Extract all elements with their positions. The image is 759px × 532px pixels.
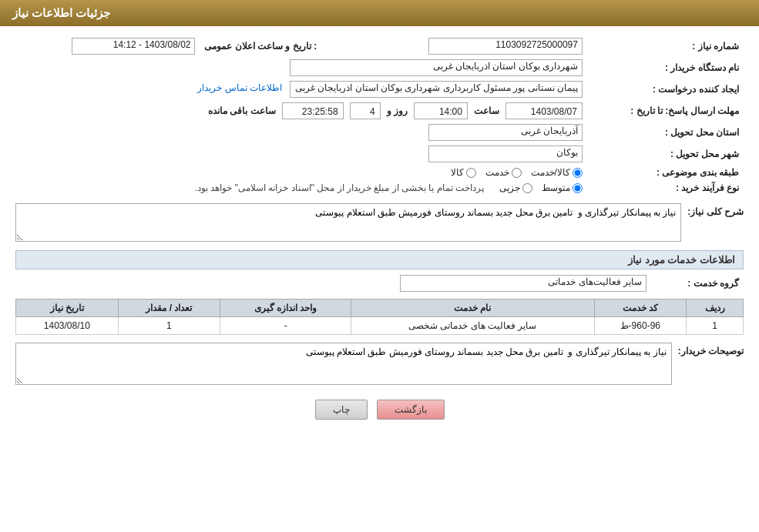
th-nam: نام خدمت [351,299,595,317]
page-header: جزئیات اطلاعات نیاز [0,0,759,26]
th-radif: ردیف [687,299,744,317]
ejad-label: ایجاد کننده درخواست : [587,79,744,100]
row-mohlat: مهلت ارسال پاسخ: تا تاریخ : 1403/08/07 س… [15,100,744,122]
shahr-input: بوکان [428,146,583,162]
th-tarikh: تاریخ نیاز [16,299,119,317]
buttons-row: بازگشت چاپ [15,400,744,420]
shomare-niaz-label: شماره نیاز : [587,35,744,57]
takh-label: تاریخ و ساعت اعلان عمومی : [200,35,361,57]
th-tedad: تعداد / مقدار [118,299,220,317]
data-table: ردیف کد خدمت نام خدمت واحد اندازه گیری ت… [15,299,744,335]
main-info-table: شماره نیاز : 1103092725000097 تاریخ و سا… [15,35,744,196]
tabaqe-radio-group: کالا/خدمت خدمت کالا [20,167,583,178]
print-button[interactable]: چاپ [315,400,368,420]
group-label: گروه خدمت : [651,273,744,294]
row-group: گروه خدمت : سایر فعالیت‌های خدماتی [15,273,744,294]
radio-mottaset[interactable] [573,183,583,193]
radio-jozee[interactable] [522,183,532,193]
nam-dasgah-input: شهرداری بوکان استان اذربایجان غربی [290,59,583,76]
radio-mottaset-label[interactable]: متوسط [542,182,583,193]
back-button[interactable]: بازگشت [377,400,445,420]
page-title: جزئیات اطلاعات نیاز [12,6,110,19]
tosifat-section: توصیحات خریدار: [15,343,744,387]
noefar-row: متوسط جزیی پرداخت تمام یا بخشی از مبلغ خ… [20,182,583,193]
group-input: سایر فعالیت‌های خدماتی [400,275,646,292]
row-ostan: استان محل تحویل : آذربایجان غربی [15,122,744,143]
tamas-link[interactable]: اطلاعات تماس خریدار [197,82,282,93]
takh-value: 1403/08/02 - 14:12 [15,35,200,57]
row-ejad: ایجاد کننده درخواست : پیمان نستانی پور م… [15,79,744,100]
shahr-label: شهر محل تحویل : [587,143,744,165]
th-vahed: واحد اندازه گیری [220,299,351,317]
page-container: جزئیات اطلاعات نیاز شماره نیاز : 1103092… [0,0,759,532]
ejad-input: پیمان نستانی پور مسئول کاربرداری شهرداری… [290,81,583,98]
notice-text: پرداخت تمام یا بخشی از مبلغ خریدار از مح… [195,182,484,193]
mande-label: ساعت باقی مانده [208,105,276,116]
shahr-value: بوکان [15,143,587,165]
ostan-label: استان محل تحویل : [587,122,744,143]
takh-input: 1403/08/02 - 14:12 [72,38,195,55]
shomare-niaz-input: 1103092725000097 [428,38,583,55]
radio-kalaKhadamat-label[interactable]: کالا/خدمت [531,167,583,178]
row-nam-dasgah: نام دستگاه خریدار : شهرداری بوکان استان … [15,57,744,79]
rooz-label: روز و [387,105,408,116]
ejad-value: پیمان نستانی پور مسئول کاربرداری شهرداری… [15,79,587,100]
row-shomare: شماره نیاز : 1103092725000097 تاریخ و سا… [15,35,744,57]
noefar-label: نوع فرآیند خرید : [587,180,744,196]
radio-jozee-label[interactable]: جزیی [499,182,532,193]
rooz-box: 4 [350,102,381,119]
radio-kalaKhadamat[interactable] [573,168,583,178]
th-kod: کد خدمت [594,299,686,317]
sharh-label: شرح کلی نیاز: [687,203,744,217]
shomare-niaz-value: 1103092725000097 [361,35,587,57]
mande-box: 23:25:58 [282,102,344,119]
saat-box: 14:00 [414,102,468,119]
table-row: 1960-96-طسایر فعالیت های خدماتی شخصی-114… [16,317,744,335]
radio-kala-label[interactable]: کالا [451,167,476,178]
time-section: 1403/08/07 ساعت 14:00 روز و 4 23:25:58 س… [20,102,583,119]
date-box: 1403/08/07 [505,102,583,119]
group-value: سایر فعالیت‌های خدماتی [15,273,651,294]
row-tabaqe: طبقه بندی موضوعی : کالا/خدمت خدمت [15,165,744,180]
row-shahr: شهر محل تحویل : بوکان [15,143,744,165]
ostan-input: آذربایجان غربی [428,124,583,141]
mohlat-value: 1403/08/07 ساعت 14:00 روز و 4 23:25:58 س… [15,100,587,122]
group-table: گروه خدمت : سایر فعالیت‌های خدماتی [15,273,744,294]
radio-khadamat[interactable] [512,168,522,178]
ostan-value: آذربایجان غربی [15,122,587,143]
tosifat-box [15,343,672,387]
sharh-box [15,203,681,244]
radio-khadamat-label[interactable]: خدمت [485,167,522,178]
row-noefar: نوع فرآیند خرید : متوسط جزیی [15,180,744,196]
tabaqe-value: کالا/خدمت خدمت کالا [15,165,587,180]
tosifat-label: توصیحات خریدار: [678,343,744,356]
radio-kala[interactable] [466,168,476,178]
mohlat-label: مهلت ارسال پاسخ: تا تاریخ : [587,100,744,122]
saat-label: ساعت [474,105,499,116]
sharh-textarea[interactable] [15,203,681,242]
main-content: شماره نیاز : 1103092725000097 تاریخ و سا… [0,26,759,437]
khadamat-section-title: اطلاعات خدمات مورد نیاز [15,250,744,269]
farayand-radio-group: متوسط جزیی [499,182,583,193]
sharh-section: شرح کلی نیاز: [15,203,744,244]
tabaqe-label: طبقه بندی موضوعی : [587,165,744,180]
tosifat-textarea[interactable] [15,343,672,385]
nam-dasgah-value: شهرداری بوکان استان اذربایجان غربی [15,57,587,79]
noefar-value: متوسط جزیی پرداخت تمام یا بخشی از مبلغ خ… [15,180,587,196]
table-header-row: ردیف کد خدمت نام خدمت واحد اندازه گیری ت… [16,299,744,317]
nam-dasgah-label: نام دستگاه خریدار : [587,57,744,79]
